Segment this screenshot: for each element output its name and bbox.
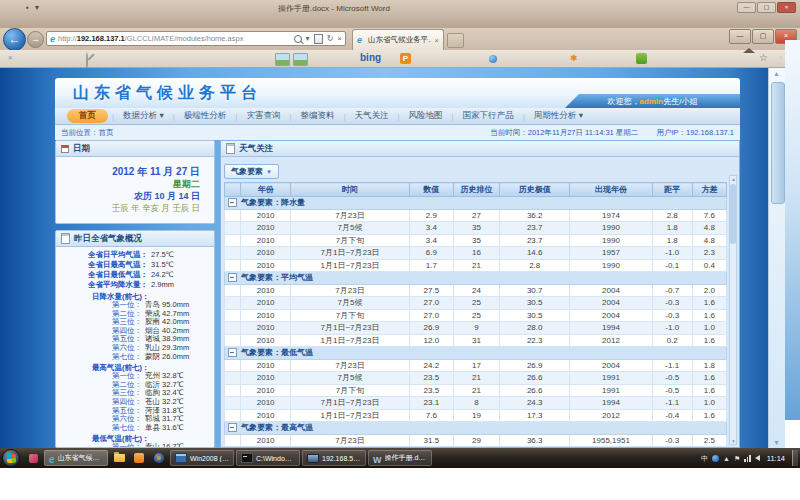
nav-item-2[interactable]: 数据分析 ▾ [114,110,173,122]
gregorian-date: 2012 年 11 月 27 日 [56,165,200,178]
tab-close-icon[interactable]: × [434,36,439,45]
table-row[interactable]: 20107月下旬27.02530.52004-0.31.6 [225,309,727,322]
word-quick-access-toolbar[interactable]: ▪ ▾ [26,3,41,12]
table-scrollbar-thumb[interactable] [730,184,736,244]
table-row[interactable]: 20107月23日27.52430.72004-0.72.0 [225,284,727,297]
table-row[interactable]: 20101月1日~7月23日1.7212.81990-0.10.4 [225,259,727,272]
stat-label: 全省日平均气温： [56,250,148,260]
word-close-button[interactable]: × [777,2,796,13]
table-row[interactable]: 20107月下旬23.52126.61991-0.51.6 [225,384,727,397]
p-app-icon[interactable]: P [400,53,411,64]
compatibility-view-icon[interactable] [314,34,323,44]
table-row[interactable]: 20101月1日~7月23日12.03122.320120.21.6 [225,334,727,347]
table-row[interactable]: 20107月下旬3.43523.719901.84.8 [225,234,727,247]
word-maximize-button[interactable]: ▢ [757,2,776,13]
ie-minimize-button[interactable]: — [729,29,751,44]
nav-item-9[interactable]: 周期性分析 ▾ [525,110,592,122]
rank-value: 蒙阴 26.0mm [145,353,189,362]
table-scrollbar[interactable]: ▲ ▼ [729,175,737,445]
taskbar-icon-media-player[interactable] [150,450,168,466]
collapse-icon[interactable] [228,348,237,357]
address-bar[interactable]: e http://192.168.137.1/GLCCLIMATE/module… [46,31,346,46]
stop-icon[interactable]: × [337,35,342,43]
flag-action-center-icon[interactable]: ⚑ [734,455,740,462]
welcome-ribbon: 欢迎您，admin 先生/小姐 [565,94,740,108]
table-row[interactable]: 20107月23日24.21726.92004-1.11.8 [225,359,727,372]
page-favicon: e [50,34,55,44]
table-row[interactable]: 20107月5候27.02530.52004-0.31.6 [225,297,727,310]
photo-icon[interactable] [275,53,290,66]
table-group-row[interactable]: 气象要素：最高气温 [225,422,727,435]
favorites-star-icon[interactable]: ☆ [759,53,768,63]
show-desktop-button[interactable] [792,450,798,466]
nav-item-4[interactable]: 灾害查询 [237,110,289,122]
collapse-icon[interactable] [228,198,237,207]
table-group-row[interactable]: 气象要素：最低气温 [225,347,727,360]
element-selector-button[interactable]: 气象要素▼ [224,164,279,179]
refresh-icon[interactable]: ↻ [327,35,334,43]
table-row[interactable]: 20101月1日~7月23日7.61917.32012-0.41.6 [225,409,727,422]
nav-item-8[interactable]: 国家下行产品 [454,110,523,122]
nav-item-3[interactable]: 极端性分析 [175,110,236,122]
table-row[interactable]: 20107月5候3.43523.719901.84.8 [225,222,727,235]
nav-item-1[interactable]: 首页 [67,109,108,123]
start-button[interactable] [2,449,20,467]
plugin-icon[interactable] [636,53,647,64]
group-label: 气象要素：最低气温 [241,347,313,358]
forward-button[interactable]: → [27,31,44,48]
nav-item-6[interactable]: 天气关注 [346,110,398,122]
group-header: 气象要素：最低气温 [225,347,726,358]
toolbar-close-icon[interactable]: × [8,53,13,62]
taskbar-clock[interactable]: 11:14 [767,454,785,463]
taskbar-button-label: 山东省气候业务平... [58,453,103,463]
nav-item-7[interactable]: 风险地图 [400,110,452,122]
table-group-row[interactable]: 气象要素：降水量 [225,197,727,210]
show-hidden-icons[interactable]: ▲ [723,455,730,462]
browser-tab[interactable]: e 山东省气候业务平... × [352,29,444,50]
stat-label: 全省平均降水量： [56,280,148,290]
new-tab-button[interactable] [447,33,464,48]
address-dropdown-icon[interactable]: ▾ [306,35,310,43]
remote-icon [307,454,319,463]
table-row[interactable]: 20107月23日31.52936.31955,1951-0.32.5 [225,434,727,447]
ime-indicator[interactable]: 中 [701,455,708,462]
collapse-icon[interactable] [228,423,237,432]
back-button[interactable]: ← [3,28,26,51]
word-minimize-button[interactable]: — [737,2,756,13]
browser-scrollbar[interactable]: ▲ ▼ [768,68,785,448]
nav-item-5[interactable]: 整编资料 [291,110,343,122]
table-row[interactable]: 20107月23日2.92736.219742.87.6 [225,209,727,222]
paw-app-icon[interactable]: ✱ [570,53,578,63]
taskbar-window-button-5[interactable]: Win2008 (VS2... [170,450,234,466]
browser-scrollbar-thumb[interactable] [771,82,785,204]
antivirus-tray-icon[interactable] [712,455,719,462]
taskbar-icon-orange-app[interactable] [130,450,148,466]
table-row[interactable]: 20107月1日~7月23日6.91614.61957-1.02.3 [225,247,727,260]
table-row[interactable]: 20107月1日~7月23日26.9928.01994-1.01.0 [225,322,727,335]
table-row[interactable]: 20107月5候23.52126.61991-0.51.6 [225,372,727,385]
screen: ▪ ▾ 操作手册.docx - Microsoft Word — ▢ × ← →… [0,0,800,500]
table-group-row[interactable]: 气象要素：平均气温 [225,272,727,285]
taskbar-window-button-7[interactable]: 192.168.59.99... [302,450,366,466]
site-title: 山东省气候业务平台 [73,83,262,104]
bing-logo[interactable]: bing [360,52,381,63]
volume-icon[interactable] [755,455,760,461]
taskbar-window-button-1[interactable]: 山东省气候业务平... [44,450,108,466]
collapse-icon[interactable] [228,273,237,282]
ie-maximize-button[interactable]: ▢ [752,29,774,44]
taskbar-window-button-8[interactable]: 操作手册.docx -... [368,450,432,466]
stat-label: 全省日最低气温： [56,270,148,280]
column-header-expand [225,183,241,197]
word-window-titlebar: ▪ ▾ 操作手册.docx - Microsoft Word — ▢ × [0,0,800,28]
photo-icon[interactable] [293,53,308,66]
url-text[interactable]: http://192.168.137.1/GLCCLIMATE/modules/… [58,34,291,43]
taskbar-window-button-6[interactable]: C:\Windows\s... [236,450,300,466]
report-icon [61,233,70,244]
rank-list-item: 第七位：蒙阴 26.0mm [56,353,214,362]
search-icon[interactable] [294,35,302,43]
taskbar-icon-folder[interactable] [110,450,128,466]
network-icon[interactable] [744,455,751,462]
table-row[interactable]: 20107月1日~7月23日23.1824.31994-1.11.0 [225,397,727,410]
user-ip: 用户IP：192.168.137.1 [656,128,734,137]
taskbar-icon-pink-app[interactable] [24,450,42,466]
